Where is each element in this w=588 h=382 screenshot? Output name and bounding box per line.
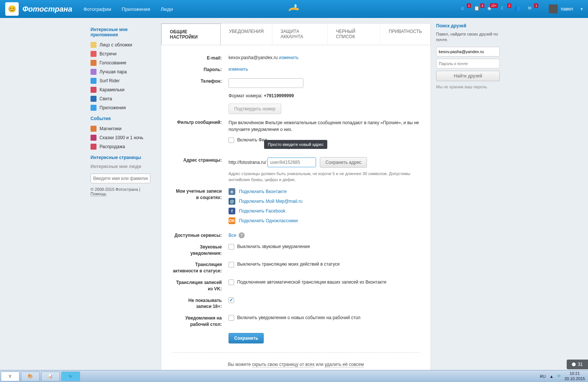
taskbar-app-1[interactable]: Y — [1, 372, 19, 379]
avatar — [549, 4, 558, 13]
phone-input[interactable] — [229, 78, 303, 88]
mailru-icon: @ — [229, 198, 235, 205]
help-link[interactable]: Помощь — [91, 192, 107, 196]
taskbar-app-3[interactable]: 📊 — [41, 372, 60, 379]
nav-apps[interactable]: Приложения — [122, 6, 150, 12]
sidebar: Интересные мне приложения Лицо с обложки… — [88, 23, 156, 379]
lang-indicator[interactable]: RU — [540, 374, 546, 379]
music-icon[interactable]: ♫1 — [460, 6, 468, 12]
moon-icon[interactable]: ☾2 — [501, 6, 508, 12]
taskbar-app-2[interactable]: 🎨 — [21, 372, 40, 379]
user-menu[interactable]: павел ▾ — [549, 4, 583, 13]
people-icon[interactable]: 👥 — [514, 6, 522, 12]
tab-blacklist[interactable]: ЧЕРНЫЙ СПИСОК — [328, 24, 380, 45]
lamp-icon[interactable] — [287, 2, 301, 16]
save-button[interactable]: Сохранить — [229, 333, 264, 343]
sidebar-item[interactable]: Магнитики — [91, 124, 156, 133]
label-address: Адрес страницы: — [172, 157, 229, 183]
vk-text: Подключение автоматической трансляции ва… — [237, 279, 386, 285]
label-adult: Не показывать записи 18+: — [172, 297, 229, 310]
svg-point-0 — [294, 4, 297, 8]
sidebar-item[interactable]: Surf Rider — [91, 76, 156, 85]
nav-people[interactable]: Люди — [160, 6, 173, 12]
email-value: kexov.pasha@yandex.ru — [229, 55, 278, 60]
sidebar-item[interactable]: Лицо с обложки — [91, 40, 156, 49]
tray-date: 20.10.2015 — [564, 376, 585, 379]
caret-icon: ▾ — [581, 6, 583, 12]
adult-checkbox[interactable] — [229, 297, 234, 303]
help-icon[interactable]: ? — [239, 232, 245, 238]
fb-icon: f — [229, 208, 235, 214]
find-friends-button[interactable]: Найти друзей — [436, 71, 500, 81]
connect-vk[interactable]: Подключить Вконтакте — [239, 189, 287, 194]
addr-input[interactable] — [267, 158, 316, 167]
sidebar-item[interactable]: Встречи — [91, 49, 156, 58]
settings-panel: E-mail: kexov.pasha@yandex.ru изменить П… — [161, 45, 431, 379]
topbar-icons: ♫1 📋2 ◉10+ ☾2 👥 ✉1 павел ▾ — [460, 4, 583, 13]
label-password: Пароль: — [172, 67, 229, 73]
connect-ok[interactable]: Подключить Одноклассники — [239, 218, 298, 223]
sidebar-apps-list: Лицо с обложкиВстречиГолосованиеЛучшая п… — [91, 40, 156, 112]
desktop-checkbox[interactable] — [229, 315, 234, 321]
confirm-number-button[interactable]: Подтвердить номер — [229, 104, 281, 114]
sidebar-search-input[interactable] — [91, 174, 150, 183]
nav-photos[interactable]: Фотографии — [83, 6, 111, 12]
tab-security[interactable]: ЗАЩИТА АККАУНТА — [272, 24, 328, 45]
phone-format-label: Формат номера: — [229, 93, 263, 98]
right-panel: Поиск друзей Павел, найдите своих друзей… — [436, 23, 500, 379]
system-tray[interactable]: RU ▲ ⟳ 10:21 20.10.2015 — [537, 371, 588, 378]
vk-icon: в — [229, 188, 235, 195]
taskbar-app-4[interactable]: 🐦 — [61, 372, 80, 379]
label-filter: Фильтр сообщений: — [172, 119, 229, 152]
tabs: ОБЩИЕ НАСТРОЙКИ УВЕДОМЛЕНИЯ ЗАЩИТА АККАУ… — [161, 23, 431, 45]
os-taskbar: Y 🎨 📊 🐦 RU ▲ ⟳ 10:21 20.10.2015 — [0, 370, 588, 379]
sidebar-item[interactable]: Свита — [91, 94, 156, 103]
grid-icon[interactable]: ◉10+ — [487, 6, 495, 12]
tab-general[interactable]: ОБЩИЕ НАСТРОЙКИ — [161, 24, 221, 45]
top-nav: Фотографии Приложения Люди — [83, 6, 173, 12]
password-change-link[interactable]: изменить — [229, 67, 248, 72]
sidebar-item[interactable]: Голосование — [91, 58, 156, 67]
status-checkbox[interactable] — [229, 262, 234, 268]
email-change-link[interactable]: изменить — [279, 55, 298, 60]
label-services: Доступные сервисы: — [172, 232, 229, 239]
sidebar-item[interactable]: Распродажа — [91, 142, 156, 151]
label-social: Мои учетные записи в соцсетях: — [172, 188, 229, 227]
tab-notifications[interactable]: УВЕДОМЛЕНИЯ — [221, 24, 272, 45]
save-addr-button[interactable]: Сохранить адрес — [320, 157, 367, 168]
filter-checkbox[interactable] — [229, 137, 234, 143]
friends-password-input[interactable] — [436, 59, 500, 68]
sidebar-item[interactable]: Приложения — [91, 103, 156, 112]
hide-page-link[interactable]: скрыть свою страницу от всех — [252, 362, 315, 367]
tray-net-icon[interactable]: ⟳ — [557, 374, 561, 379]
friends-email-input[interactable] — [436, 47, 500, 56]
list-icon[interactable]: 📋2 — [474, 6, 481, 12]
right-text: Павел, найдите своих друзей по почте. — [436, 31, 500, 43]
addr-prefix: http://fotostrana.ru/ — [229, 160, 266, 165]
vk-checkbox[interactable] — [229, 279, 234, 285]
brand-logo: 😊 — [5, 2, 19, 16]
connect-fb[interactable]: Подключить Facebook — [239, 208, 285, 214]
sidebar-events-title: События — [91, 116, 156, 121]
tab-privacy[interactable]: ПРИВАТНОСТЬ — [380, 24, 431, 45]
sound-text: Выключить звуковые уведомления — [237, 244, 310, 249]
sidebar-item[interactable]: Сказки 1000 и 1 ночь — [91, 133, 156, 142]
delete-page-link[interactable]: удалить её совсем — [325, 362, 364, 367]
notification-badge[interactable]: 31 — [567, 360, 588, 369]
sidebar-item[interactable]: Карамельки — [91, 85, 156, 94]
sidebar-footer: © 2008-2015 Фотострана | Помощь — [91, 187, 156, 196]
tray-time: 10:21 — [564, 371, 585, 376]
brand-name: Фотострана — [22, 5, 72, 13]
connect-mailru[interactable]: Подключить Мой Мир@mail.ru — [239, 199, 303, 204]
sidebar-item[interactable]: Лучшая пара — [91, 67, 156, 76]
services-all-link[interactable]: Все — [229, 233, 236, 238]
brand[interactable]: 😊 Фотострана — [5, 2, 72, 16]
sidebar-apps-title: Интересные мне приложения — [91, 27, 156, 37]
mail-icon[interactable]: ✉1 — [528, 6, 535, 12]
sound-checkbox[interactable] — [229, 244, 234, 250]
sidebar-people-title: Интересные мне люди — [91, 164, 156, 169]
main: ОБЩИЕ НАСТРОЙКИ УВЕДОМЛЕНИЯ ЗАЩИТА АККАУ… — [161, 23, 431, 379]
filter-checkbox-label: Включить Фил — [237, 137, 267, 143]
tray-flag-icon[interactable]: ▲ — [549, 374, 554, 379]
topbar: 😊 Фотострана Фотографии Приложения Люди … — [0, 0, 588, 18]
